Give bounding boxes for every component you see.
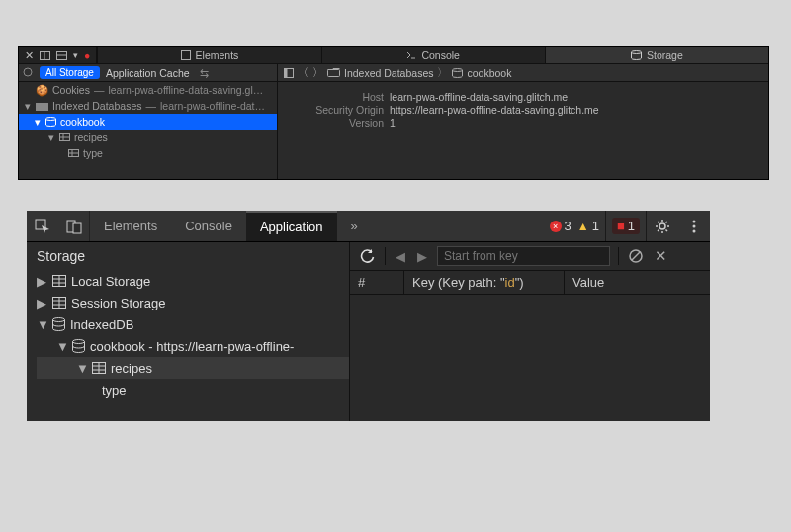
breadcrumb-forward[interactable]: 〉 (312, 66, 323, 80)
database-icon (52, 317, 65, 331)
subtab-all-storage[interactable]: All Storage (40, 66, 100, 79)
tab-console[interactable]: Console (321, 47, 545, 63)
detail-host-key: Host (290, 91, 384, 103)
svg-line-29 (658, 229, 659, 231)
prev-page-icon[interactable]: ◀ (394, 249, 407, 264)
clear-icon[interactable] (627, 249, 645, 263)
grid-icon (92, 362, 106, 374)
detail-origin-key: Security Origin (290, 104, 384, 116)
tab-elements[interactable]: Elements (97, 47, 320, 63)
settings-icon[interactable] (647, 211, 678, 241)
sidebar-store-recipes[interactable]: ▼ recipes (37, 357, 349, 379)
database-icon (452, 68, 463, 78)
tab-application[interactable]: Application (246, 211, 337, 241)
tree-idb-label: Indexed Databases (52, 100, 141, 112)
chrome-top-tabs: Elements Console Application » × 3 ▲ 1 ■… (27, 211, 710, 242)
table-icon (68, 149, 79, 157)
safari-subtabs: All Storage Application Cache ⇆ 〈 〉 Inde… (19, 64, 768, 82)
inspect-icon[interactable] (27, 211, 58, 241)
svg-point-22 (659, 223, 665, 229)
errors-badge[interactable]: × 3 (550, 219, 571, 233)
tab-storage-label: Storage (647, 49, 683, 61)
svg-point-31 (693, 220, 696, 222)
chevron-down-icon[interactable]: ▾ (73, 50, 78, 60)
svg-rect-9 (328, 70, 340, 77)
tree-cookies[interactable]: 🍪 Cookies — learn-pwa-offline-data-savin… (19, 82, 277, 98)
safari-window-controls: ✕ ▾ ● (19, 47, 97, 63)
errors-count: 3 (565, 219, 571, 233)
error-indicator-icon[interactable]: ● (84, 49, 90, 61)
tree-db-cookbook[interactable]: ▾ cookbook (19, 114, 277, 130)
sidebar-index-type[interactable]: type (37, 379, 349, 400)
sidebar-item-session-storage[interactable]: ▶ Session Storage (37, 292, 349, 313)
cookie-icon: 🍪 (36, 84, 48, 97)
data-grid-empty (350, 295, 710, 421)
svg-rect-11 (36, 103, 48, 111)
grid-icon (52, 275, 66, 287)
elements-icon (181, 50, 191, 60)
breadcrumb-back[interactable]: 〈 (298, 66, 308, 80)
next-page-icon[interactable]: ▶ (415, 249, 429, 264)
col-key-id: id (505, 275, 515, 290)
sidebar-item-local-storage[interactable]: ▶ Local Storage (37, 270, 349, 292)
sidebar-item-label: recipes (111, 361, 152, 376)
col-key[interactable]: Key (Key path: "id") (404, 271, 565, 294)
sidebar-toggle-icon[interactable] (284, 68, 294, 78)
grid-icon (52, 297, 66, 309)
subtab-application-cache[interactable]: Application Cache (106, 67, 190, 79)
svg-point-5 (632, 51, 642, 54)
kebab-menu-icon[interactable] (678, 211, 710, 241)
tree-store-label: recipes (74, 132, 108, 143)
tab-storage[interactable]: Storage (545, 47, 768, 63)
svg-point-33 (693, 229, 696, 232)
layout-icon[interactable] (40, 51, 50, 60)
tab-console[interactable]: Console (171, 211, 246, 241)
folder-icon (327, 68, 340, 77)
subtab-expand-icon[interactable]: ⇆ (200, 67, 209, 79)
chrome-devtools-panel: Elements Console Application » × 3 ▲ 1 ■… (27, 211, 710, 421)
svg-point-12 (46, 118, 56, 121)
tab-elements[interactable]: Elements (90, 211, 171, 241)
safari-devtools-panel: ✕ ▾ ● Elements Console Storage All Stora… (18, 46, 769, 180)
detail-origin-value: https://learn-pwa-offline-data-saving.gl… (390, 104, 599, 116)
issues-count: 1 (628, 219, 635, 233)
issue-icon: ■ (617, 219, 625, 233)
svg-line-30 (666, 222, 668, 223)
tree-index-type[interactable]: type (19, 145, 277, 161)
tree-indexed-databases[interactable]: ▾ Indexed Databases — learn-pwa-offline-… (19, 98, 277, 114)
detail-version-value: 1 (390, 117, 396, 129)
col-key-suffix: ") (515, 275, 524, 290)
start-key-input[interactable] (437, 246, 610, 266)
breadcrumb-db[interactable]: cookbook (467, 67, 511, 79)
tree-store-recipes[interactable]: ▾ recipes (19, 130, 277, 145)
tab-more[interactable]: » (337, 211, 372, 241)
svg-point-6 (24, 68, 32, 76)
delete-icon[interactable]: ✕ (653, 247, 669, 265)
warnings-badge[interactable]: ▲ 1 (577, 219, 599, 233)
sidebar-db-cookbook[interactable]: ▼ cookbook - https://learn-pwa-offline- (37, 335, 349, 357)
col-value[interactable]: Value (565, 271, 710, 294)
detail-host-value: learn-pwa-offline-data-saving.glitch.me (390, 91, 568, 103)
sidebar-item-label: cookbook - https://learn-pwa-offline- (90, 339, 294, 354)
sidebar-item-label: type (102, 383, 127, 398)
svg-rect-8 (285, 68, 288, 77)
tree-db-label: cookbook (60, 116, 105, 128)
tree-index-label: type (83, 147, 103, 159)
layout-alt-icon[interactable] (56, 51, 67, 60)
tree-cookies-host: learn-pwa-offline-data-saving.gl… (108, 84, 263, 96)
col-index[interactable]: # (350, 271, 404, 294)
sidebar-item-indexeddb[interactable]: ▼ IndexedDB (37, 313, 349, 335)
status-badges: × 3 ▲ 1 (544, 211, 605, 241)
breadcrumb-idb[interactable]: Indexed Databases (344, 67, 433, 79)
folder-icon (36, 102, 48, 111)
filter-icon[interactable] (23, 67, 34, 78)
sidebar-item-label: IndexedDB (70, 317, 133, 332)
tab-console-label: Console (421, 49, 460, 61)
issues-badge[interactable]: ■ 1 (612, 218, 640, 234)
close-icon[interactable]: ✕ (25, 49, 34, 61)
svg-point-10 (453, 68, 463, 71)
error-icon: × (550, 221, 562, 232)
svg-point-32 (693, 224, 696, 227)
device-toggle-icon[interactable] (58, 211, 90, 241)
refresh-icon[interactable] (358, 249, 377, 264)
